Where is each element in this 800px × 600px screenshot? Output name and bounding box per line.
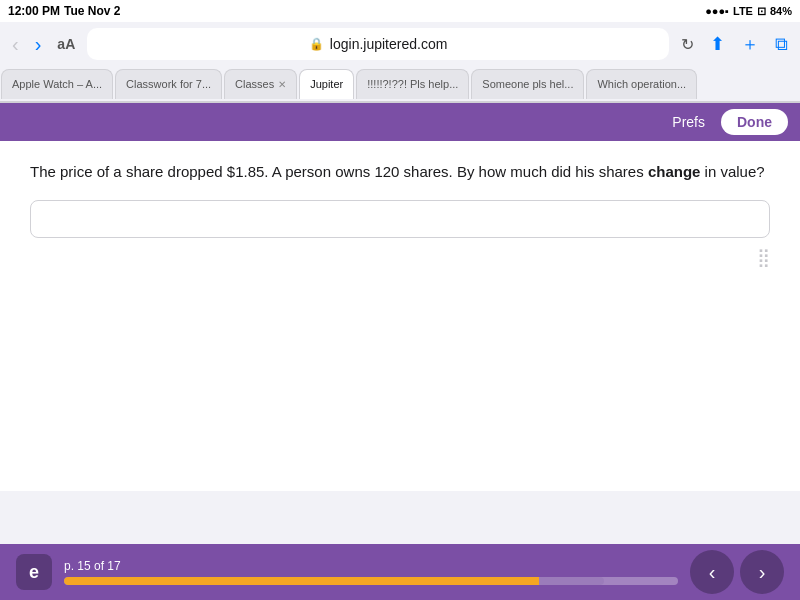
tab-label: Classes [235,78,274,90]
share-button[interactable]: ⬆ [706,29,729,59]
network-type: LTE [733,5,753,17]
tab-classes[interactable]: Classes ✕ [224,69,297,99]
status-bar: 12:00 PM Tue Nov 2 ●●●▪ LTE ⊡ 84% [0,0,800,22]
tab-label: Someone pls hel... [482,78,573,90]
answer-input[interactable] [30,200,770,238]
date: Tue Nov 2 [64,4,120,18]
progress-section: p. 15 of 17 [64,559,678,585]
progress-label: p. 15 of 17 [64,559,678,573]
tab-help2[interactable]: Someone pls hel... [471,69,584,99]
signal-icon: ●●●▪ [705,5,729,17]
nav-bar: ‹ › aA 🔒 login.jupitered.com ↻ ⬆ ＋ ⧉ [0,22,800,66]
lock-icon: 🔒 [309,37,324,51]
forward-button[interactable]: › [31,29,46,60]
tabs-button[interactable]: ⧉ [771,30,792,59]
tab-label: !!!!!?!??! Pls help... [367,78,458,90]
tab-apple-watch[interactable]: Apple Watch – A... [1,69,113,99]
address-bar[interactable]: 🔒 login.jupitered.com [87,28,669,60]
tab-classwork[interactable]: Classwork for 7... [115,69,222,99]
tabs-bar: Apple Watch – A... Classwork for 7... Cl… [0,66,800,102]
prev-button[interactable]: ‹ [690,550,734,594]
tab-label: Jupiter [310,78,343,90]
time: 12:00 PM [8,4,60,18]
done-button[interactable]: Done [721,109,788,135]
tab-label: Which operation... [597,78,686,90]
reload-button[interactable]: ↻ [677,31,698,58]
nav-arrows: ‹ › [690,550,784,594]
progress-bar [64,577,678,585]
main-content: The price of a share dropped $1.85. A pe… [0,141,800,491]
grid-icon: ⣿ [30,246,770,268]
vpn-icon: ⊡ [757,5,766,18]
reader-mode-button[interactable]: aA [53,32,79,56]
tab-label: Classwork for 7... [126,78,211,90]
tab-label: Apple Watch – A... [12,78,102,90]
tab-operation[interactable]: Which operation... [586,69,697,99]
next-button[interactable]: › [740,550,784,594]
app-logo: e [16,554,52,590]
prefs-button[interactable]: Prefs [664,110,713,134]
question-text: The price of a share dropped $1.85. A pe… [30,161,770,184]
url-text: login.jupitered.com [330,36,448,52]
back-button[interactable]: ‹ [8,29,23,60]
battery: 84% [770,5,792,17]
purple-toolbar: Prefs Done [0,103,800,141]
bottom-bar: e p. 15 of 17 ‹ › [0,544,800,600]
progress-fill [64,577,604,585]
browser-chrome: ‹ › aA 🔒 login.jupitered.com ↻ ⬆ ＋ ⧉ App… [0,22,800,103]
new-tab-button[interactable]: ＋ [737,28,763,60]
tab-help1[interactable]: !!!!!?!??! Pls help... [356,69,469,99]
tab-close-icon[interactable]: ✕ [278,79,286,90]
tab-jupiter[interactable]: Jupiter [299,69,354,99]
